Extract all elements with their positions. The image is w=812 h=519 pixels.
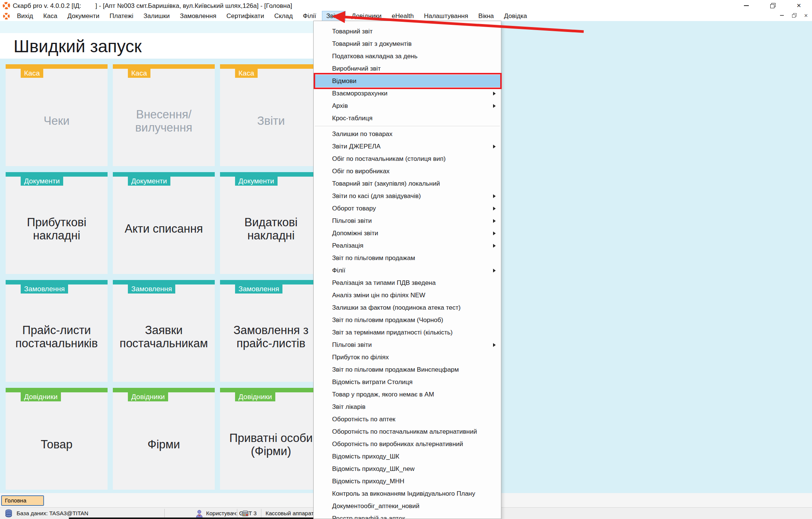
menubar-item-filii[interactable]: Філії [299,11,320,21]
reports-menu-item[interactable]: Відомість витрати Столиця [314,376,501,388]
menubar-item-ehealth[interactable]: eHealth [388,11,418,21]
menu-item-label: Оборот товару [332,205,376,212]
restore-button[interactable] [759,0,786,11]
reports-menu-item[interactable]: Товарний звіт (закупівля) локальний [314,177,501,190]
reports-menu-item[interactable]: Звіт по пільговим продажам (Чорноб) [314,314,501,326]
reports-menu-item[interactable]: Звіт за термінами придатності (кількість… [314,326,501,339]
reports-menu-item-vidmovy[interactable]: Відмови [314,75,501,87]
reports-menu-item[interactable]: Звіти ДЖЕРЕЛА [314,140,501,153]
reports-menu-item[interactable]: Звіт по пільговим продажам Винспецфарм [314,363,501,376]
reports-menu-item[interactable]: Реєстр парафій за аптек [314,512,501,519]
tile-prais-lysty[interactable]: Замовлення Прайс-листи постачальників [6,280,108,382]
submenu-arrow-icon [493,343,496,347]
tile-category-badge: Замовлення [21,284,68,294]
tile-category-badge: Довідники [21,392,61,401]
reports-menu-item[interactable]: Відомість приходу_ШК [314,450,501,463]
tab-holovna[interactable]: Головна [1,495,44,506]
menubar-item-nalashtuvannia[interactable]: Налаштування [420,11,472,21]
tile-zvity[interactable]: Каса Звіти [220,64,322,166]
tile-zamovlennia-z-prais-lystiv[interactable]: Замовлення Замовлення з прайс-листів [220,280,322,382]
menubar-item-vikna[interactable]: Вікна [475,11,498,21]
menubar-item-sklad[interactable]: Склад [270,11,296,21]
mdi-minimize-button[interactable] [779,12,785,18]
reports-menu-item[interactable]: Товарний звіт [314,25,501,38]
reports-menu-item[interactable]: Відомість приходу_МНН [314,475,501,487]
mdi-restore-button[interactable] [791,12,797,18]
menu-item-label: Документообіг_аптеки_новий [332,502,419,510]
tile-vydatkovi-nakladni[interactable]: Документи Видаткові накладні [220,172,322,274]
submenu-arrow-icon [493,232,496,235]
menu-item-label: Товарний звіт з документів [332,40,411,47]
reports-menu-item[interactable]: Пільгові звіти [314,339,501,351]
menu-item-label: Пільгові звіти [332,217,372,224]
tile-akty-spysannia[interactable]: Документи Акти списання [113,172,215,274]
reports-menu-item[interactable]: Документообіг_аптеки_новий [314,500,501,512]
reports-menu-item[interactable]: Крос-таблиця [314,112,501,124]
menu-item-label: Звіт по пільговим продажам Винспецфарм [332,366,459,373]
reports-menu-item[interactable]: Обіг по постачальникам (столиця вип) [314,153,501,165]
reports-menu-item[interactable]: Оборотність по аптек [314,413,501,425]
tile-label: Товар [8,403,105,487]
tile-category-badge: Довідники [235,392,275,401]
tile-category-badge: Довідники [128,392,168,401]
reports-menu-item[interactable]: Звіт по пільговим продажам [314,252,501,264]
menu-item-label: Виробничий звіт [332,65,381,72]
menubar-item-zvity[interactable]: Звіти [322,11,345,21]
menubar-item-sertyfikaty[interactable]: Сертифікати [223,11,268,21]
reports-menu-item[interactable]: Відомість приходу_ШК_new [314,463,501,475]
close-icon: ✕ [797,2,801,9]
reports-menu-item[interactable]: Залишки по товарах [314,128,501,140]
menu-item-label: Звіти ДЖЕРЕЛА [332,143,381,150]
tile-topbar [6,388,108,392]
submenu-arrow-icon [493,219,496,223]
reports-menu-item[interactable]: Звіт лікарів [314,401,501,413]
tile-label: Внесення/вилучення [115,79,212,163]
reports-menu-item[interactable]: Оборотність по виробниках альтернативний [314,438,501,450]
reports-menu-item[interactable]: Пільгові звіти [314,215,501,227]
tile-topbar [6,64,108,69]
reports-menu-item[interactable]: Звіти по касі (для завідувачів) [314,190,501,202]
menubar-item-zamovlennia[interactable]: Замовлення [176,11,220,21]
reports-menu-item[interactable]: Товарний звіт з документів [314,38,501,50]
header-strip [0,21,318,33]
tile-zaiavky[interactable]: Замовлення Заявки постачальникам [113,280,215,382]
menubar-item-zalyshky[interactable]: Залишки [140,11,174,21]
menubar-item-vykhid[interactable]: Вихід [13,11,37,21]
reports-menu-item[interactable]: Допоміжні звіти [314,227,501,239]
menubar-item-dokumenty[interactable]: Документи [64,11,103,21]
menubar-item-dovidka[interactable]: Довідка [500,11,531,21]
tile-vnesennia-vyluchennia[interactable]: Каса Внесення/вилучення [113,64,215,166]
tile-firmy[interactable]: Довідники Фірми [113,388,215,490]
menubar-item-platezhi[interactable]: Платежі [106,11,137,21]
mdi-close-button[interactable]: ✕ [803,12,809,18]
reports-menu-item[interactable]: Реалізація [314,239,501,252]
tile-pryvatni-osoby[interactable]: Довідники Приватні особи (Фірми) [220,388,322,490]
reports-menu-item[interactable]: Реалізація за типами ПДВ зведена [314,277,501,289]
reports-menu-item[interactable]: Залишки за фактом (поодинока атека тест) [314,301,501,314]
reports-menu-item[interactable]: Товар у продаж, якого немає в АМ [314,388,501,401]
reports-menu-item[interactable]: Філії [314,264,501,277]
minimize-button[interactable] [733,0,759,11]
reports-menu-item[interactable]: Контроль за виконанням Індивідуального П… [314,487,501,500]
reports-menu-item[interactable]: Податкова накладна за день [314,50,501,62]
menu-item-label: Крос-таблиця [332,115,372,122]
tile-prybutkovi-nakladni[interactable]: Документи Прибуткові накладні [6,172,108,274]
reports-menu-item[interactable]: Обіг по виробниках [314,165,501,177]
menu-item-label: Прибуток по філіях [332,354,389,361]
reports-menu-item[interactable]: Виробничий звіт [314,62,501,75]
reports-menu-item[interactable]: Архів [314,100,501,112]
reports-menu-item[interactable]: Прибуток по філіях [314,351,501,363]
menubar-item-dovidnyky[interactable]: Довідники [348,11,386,21]
close-button[interactable]: ✕ [786,0,812,11]
submenu-arrow-icon [493,145,496,148]
database-icon [5,509,13,518]
tile-tovar[interactable]: Довідники Товар [6,388,108,490]
reports-menu-item[interactable]: Аналіз зміни цін по філіях NEW [314,289,501,301]
reports-menu-item[interactable]: Оборот товару [314,202,501,215]
menubar-item-kasa[interactable]: Каса [39,11,61,21]
tile-cheky[interactable]: Каса Чеки [6,64,108,166]
app-logo-icon-small [3,12,10,20]
mdi-minimize-icon [780,15,784,16]
reports-menu-item[interactable]: Взаєморозрахунки [314,87,501,100]
reports-menu-item[interactable]: Оборотність по постачальникам альтернати… [314,425,501,438]
